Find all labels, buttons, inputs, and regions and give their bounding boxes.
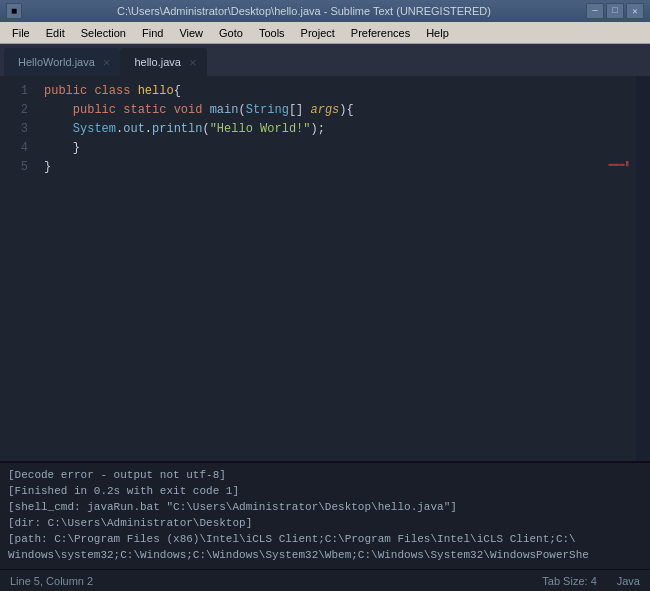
menu-item-preferences[interactable]: Preferences bbox=[343, 23, 418, 43]
title-text: C:\Users\Administrator\Desktop\hello.jav… bbox=[22, 5, 586, 17]
output-line: Windows\system32;C:\Windows;C:\Windows\S… bbox=[8, 547, 642, 563]
status-bar: Line 5, Column 2 Tab Size: 4 Java bbox=[0, 569, 650, 591]
menu-item-find[interactable]: Find bbox=[134, 23, 171, 43]
menu-item-goto[interactable]: Goto bbox=[211, 23, 251, 43]
menu-item-view[interactable]: View bbox=[171, 23, 211, 43]
menu-item-file[interactable]: File bbox=[4, 23, 38, 43]
menu-item-edit[interactable]: Edit bbox=[38, 23, 73, 43]
line-number: 1 bbox=[0, 82, 28, 101]
menu-item-help[interactable]: Help bbox=[418, 23, 457, 43]
line-numbers: 12345 bbox=[0, 76, 36, 461]
line-number: 5 bbox=[0, 158, 28, 177]
menu-item-tools[interactable]: Tools bbox=[251, 23, 293, 43]
tab-HelloWorld-java[interactable]: HelloWorld.java× bbox=[4, 48, 120, 76]
menu-bar: FileEditSelectionFindViewGotoToolsProjec… bbox=[0, 22, 650, 44]
tab-close-button[interactable]: × bbox=[103, 56, 111, 69]
code-content[interactable]: public class hello{ public static void m… bbox=[36, 76, 636, 461]
tab-close-button[interactable]: × bbox=[189, 56, 197, 69]
output-line: [path: C:\Program Files (x86)\Intel\iCLS… bbox=[8, 531, 642, 547]
output-line: [Finished in 0.2s with exit code 1] bbox=[8, 483, 642, 499]
editor-area: 12345 public class hello{ public static … bbox=[0, 76, 650, 461]
tab-size: Tab Size: 4 bbox=[542, 575, 596, 587]
scrollbar[interactable] bbox=[636, 76, 650, 461]
output-panel: [Decode error - output not utf-8][Finish… bbox=[0, 461, 650, 569]
menu-item-project[interactable]: Project bbox=[293, 23, 343, 43]
tab-label: HelloWorld.java bbox=[18, 56, 95, 68]
close-button[interactable]: ✕ bbox=[626, 3, 644, 19]
output-line: [dir: C:\Users\Administrator\Desktop] bbox=[8, 515, 642, 531]
window-icon: ■ bbox=[6, 3, 22, 19]
maximize-button[interactable]: □ bbox=[606, 3, 624, 19]
line-number: 3 bbox=[0, 120, 28, 139]
tab-label: hello.java bbox=[134, 56, 180, 68]
language: Java bbox=[617, 575, 640, 587]
title-bar: ■ C:\Users\Administrator\Desktop\hello.j… bbox=[0, 0, 650, 22]
status-right: Tab Size: 4 Java bbox=[542, 575, 640, 587]
status-position: Line 5, Column 2 bbox=[10, 575, 93, 587]
window-controls: ─ □ ✕ bbox=[586, 3, 644, 19]
tab-hello-java[interactable]: hello.java× bbox=[120, 48, 206, 76]
line-number: 2 bbox=[0, 101, 28, 120]
output-line: [Decode error - output not utf-8] bbox=[8, 467, 642, 483]
tab-bar: HelloWorld.java×hello.java× bbox=[0, 44, 650, 76]
editor-decoration: ▬▬▬▮ bbox=[608, 158, 630, 169]
minimize-button[interactable]: ─ bbox=[586, 3, 604, 19]
output-line: [shell_cmd: javaRun.bat "C:\Users\Admini… bbox=[8, 499, 642, 515]
line-number: 4 bbox=[0, 139, 28, 158]
menu-item-selection[interactable]: Selection bbox=[73, 23, 134, 43]
